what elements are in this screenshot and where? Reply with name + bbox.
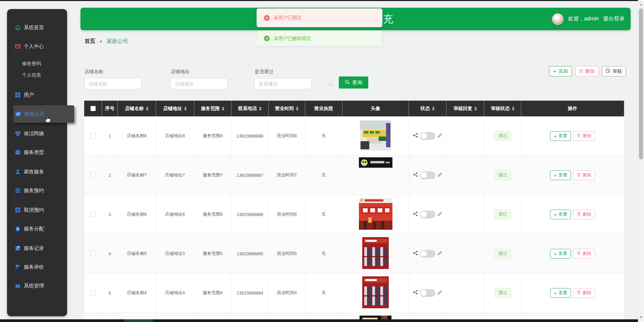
audit-button[interactable]: 审核: [602, 66, 626, 76]
sort-desc-icon[interactable]: [222, 109, 224, 111]
status-toggle[interactable]: [420, 289, 435, 297]
sort-desc-icon[interactable]: [432, 109, 435, 111]
search-button[interactable]: 查询: [339, 76, 368, 89]
sort-icons[interactable]: [222, 107, 224, 111]
sort-desc-icon[interactable]: [259, 109, 262, 111]
breadcrumb-home[interactable]: 首页: [85, 38, 95, 45]
sort-desc-icon[interactable]: [512, 109, 515, 111]
status-toggle[interactable]: [420, 171, 435, 179]
sidebar-item-system-management[interactable]: 系统管理: [15, 281, 44, 290]
row-delete-button[interactable]: 删除: [573, 131, 595, 141]
share-icon[interactable]: [413, 251, 418, 257]
sidebar-item-cleaning-staff[interactable]: 保洁阿姨: [15, 129, 44, 138]
table-row: 2店铺名称7店铺地址7服务范围713823888887营业时间7无通过+查看删除: [84, 156, 624, 195]
sort-asc-icon[interactable]: [474, 107, 477, 108]
sort-asc-icon[interactable]: [512, 107, 515, 108]
column-header-audit[interactable]: 审核状态: [484, 101, 521, 116]
sort-desc-icon[interactable]: [474, 109, 477, 111]
row-delete-button[interactable]: 删除: [573, 288, 595, 298]
share-icon[interactable]: [413, 211, 418, 217]
cell-address: [156, 313, 194, 319]
select-all-checkbox[interactable]: [91, 106, 96, 111]
row-checkbox[interactable]: [90, 133, 96, 139]
shop-address-input[interactable]: [171, 78, 228, 89]
sort-desc-icon[interactable]: [296, 109, 299, 111]
sidebar-item-home[interactable]: 系统首页: [15, 23, 44, 32]
pencil-icon[interactable]: [437, 290, 442, 296]
row-delete-button[interactable]: 删除: [573, 249, 595, 259]
column-header-hours[interactable]: 营业时间: [269, 101, 305, 116]
row-view-button[interactable]: +查看: [550, 170, 571, 180]
sort-asc-icon[interactable]: [222, 107, 224, 108]
row-checkbox[interactable]: [90, 212, 96, 217]
row-view-button[interactable]: +查看: [550, 131, 571, 141]
sidebar-item-service-record[interactable]: 服务记录: [15, 244, 44, 253]
status-toggle[interactable]: [420, 132, 435, 140]
row-checkbox[interactable]: [90, 251, 96, 256]
status-toggle[interactable]: [420, 211, 435, 218]
sort-icons[interactable]: [432, 107, 435, 111]
cell-text: 无: [322, 133, 326, 139]
sidebar-item-housekeeping-service[interactable]: 家政服务: [15, 167, 44, 176]
sidebar-item-service-type[interactable]: 服务类型: [15, 148, 44, 157]
chevron-down-icon[interactable]: [329, 82, 333, 88]
share-icon[interactable]: [413, 290, 418, 296]
share-icon[interactable]: [413, 133, 418, 139]
sort-asc-icon[interactable]: [184, 107, 187, 108]
sidebar-item-service-review[interactable]: 服务评价: [15, 262, 44, 272]
approved-select[interactable]: [255, 78, 312, 89]
logout-button[interactable]: 退出登录: [603, 15, 625, 22]
sidebar-item-profile-center[interactable]: 个人中心: [15, 42, 44, 51]
sort-asc-icon[interactable]: [146, 107, 149, 108]
status-toggle[interactable]: [420, 250, 435, 258]
sort-asc-icon[interactable]: [296, 107, 299, 108]
column-header-status[interactable]: 状态: [409, 101, 446, 116]
sort-icons[interactable]: [512, 107, 515, 111]
sort-asc-icon[interactable]: [432, 107, 435, 108]
sort-desc-icon[interactable]: [184, 109, 187, 111]
sort-desc-icon[interactable]: [146, 109, 149, 111]
sort-icons[interactable]: [296, 107, 299, 111]
pencil-icon[interactable]: [437, 172, 442, 178]
sort-asc-icon[interactable]: [259, 107, 262, 108]
row-view-button[interactable]: +查看: [550, 249, 571, 259]
column-header-reply[interactable]: 审核回复: [446, 101, 484, 116]
sidebar-item-service-assignment[interactable]: 服务分配: [15, 224, 44, 233]
scroll-up-arrow[interactable]: ▲: [639, 2, 643, 6]
row-delete-button[interactable]: 删除: [573, 210, 595, 219]
sidebar-item-personal-info[interactable]: 个人信息: [19, 70, 41, 80]
pencil-icon[interactable]: [437, 251, 442, 257]
column-header-phone[interactable]: 联系电话: [231, 101, 269, 116]
sort-icons[interactable]: [146, 107, 149, 111]
user-avatar[interactable]: [552, 13, 564, 25]
scrollbar-thumb[interactable]: [639, 8, 643, 159]
plus-icon: +: [554, 173, 557, 178]
row-checkbox[interactable]: [90, 172, 96, 178]
sidebar-item-housekeeping-company[interactable]: 家政公司: [13, 105, 74, 123]
sidebar-item-users[interactable]: 用户: [15, 90, 34, 100]
share-icon[interactable]: [413, 172, 418, 178]
chart-icon: [15, 111, 21, 117]
sidebar-item-cancel-booking[interactable]: 取消预约: [15, 205, 44, 215]
scroll-down-arrow[interactable]: ▼: [639, 315, 643, 319]
row-delete-button[interactable]: 删除: [573, 170, 595, 180]
column-header-name[interactable]: 店铺名称: [118, 101, 156, 116]
grid-icon: [15, 92, 21, 98]
sidebar-item-service-booking[interactable]: 服务预约: [15, 186, 44, 195]
sidebar-item-change-password[interactable]: 修改密码: [19, 59, 41, 68]
column-header-address[interactable]: 店铺地址: [156, 101, 194, 116]
shop-photo: [362, 276, 389, 309]
add-button[interactable]: + 添加: [549, 66, 572, 76]
pencil-icon[interactable]: [437, 212, 442, 217]
row-view-button[interactable]: +查看: [550, 210, 571, 219]
sort-icons[interactable]: [474, 107, 477, 111]
sort-icons[interactable]: [184, 107, 187, 111]
shop-name-input[interactable]: [85, 78, 142, 89]
row-view-button[interactable]: +查看: [550, 288, 571, 298]
column-header-scope[interactable]: 服务范围: [194, 101, 231, 116]
row-checkbox[interactable]: [90, 290, 96, 296]
page-title-partial: 充: [383, 12, 393, 26]
sort-icons[interactable]: [259, 107, 262, 111]
delete-button[interactable]: 删除: [575, 66, 599, 76]
pencil-icon[interactable]: [437, 133, 442, 139]
